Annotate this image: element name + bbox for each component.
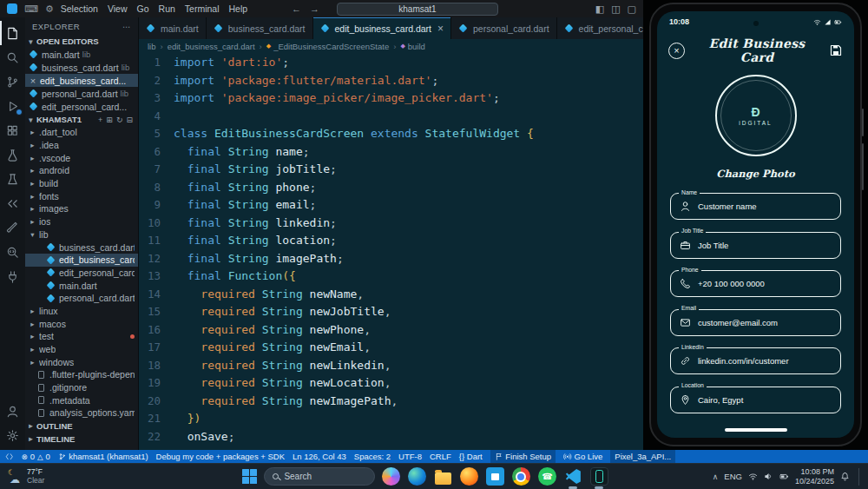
line-number[interactable]: 13 (139, 268, 174, 286)
tree-item-main-dart[interactable]: main.dart (25, 279, 138, 292)
line-number[interactable]: 16 (139, 321, 174, 340)
tree-item-windows[interactable]: ▸windows (25, 355, 138, 368)
line-number[interactable]: 17 (139, 339, 174, 357)
task-message[interactable]: Debug my code + packages + SDK (156, 452, 285, 461)
encoding[interactable]: UTF-8 (398, 452, 422, 461)
tree-item-idea[interactable]: ▸.idea (25, 139, 138, 152)
input-email[interactable]: Emailcustomer@email.com (670, 309, 841, 336)
taskbar-search[interactable]: Search (264, 467, 375, 486)
taskbar-whatsapp[interactable]: ☎ (536, 465, 557, 489)
new-folder-icon[interactable]: ⊞ (106, 116, 113, 124)
tree-item-edit-personal-card-dart[interactable]: edit_personal_card.dart (25, 267, 138, 280)
line-number[interactable]: 6 (139, 143, 174, 162)
tree-item-android[interactable]: ▸android (25, 164, 138, 177)
line-number[interactable]: 11 (139, 232, 174, 250)
close-button[interactable]: × (668, 43, 685, 59)
activity-extensions[interactable] (0, 118, 25, 142)
tab-edit-business-card-dart[interactable]: edit_business_card.dart× (313, 17, 452, 39)
taskbar-store[interactable] (484, 465, 505, 489)
activity-search[interactable] (0, 45, 25, 69)
gear-icon[interactable]: ⚙ (45, 3, 54, 15)
problems-indicator[interactable]: ⊗0△0 (22, 452, 50, 461)
language-indicator[interactable]: ENG (724, 472, 742, 481)
input-location[interactable]: LocationCairo, Egypt (670, 387, 841, 413)
tab-edit-personal-card-dart[interactable]: edit_personal_card.dart (557, 17, 643, 39)
menu-help[interactable]: Help (229, 3, 248, 14)
phone-screen[interactable]: 10:08 × Edit Business Card Đ iDGITAL (657, 11, 854, 438)
tab-personal-card-dart[interactable]: personal_card.dart (451, 17, 557, 39)
change-photo-button[interactable]: Change Photo (657, 168, 854, 180)
activity-remote[interactable] (0, 191, 25, 215)
menu-run[interactable]: Run (159, 3, 175, 14)
line-number[interactable]: 18 (139, 357, 174, 375)
close-icon[interactable]: × (29, 76, 37, 86)
tab-main-dart[interactable]: main.dart (139, 17, 207, 39)
tree-item-personal-card-dart[interactable]: personal_card.dart (25, 292, 138, 305)
home-indicator[interactable] (725, 428, 787, 432)
taskbar-vscode[interactable] (562, 465, 583, 489)
forward-icon[interactable]: → (310, 3, 319, 14)
open-editor-edit-business-card[interactable]: ×edit_business_card... (25, 74, 138, 87)
line-number[interactable]: 19 (139, 374, 174, 393)
refresh-icon[interactable]: ↻ (116, 116, 123, 124)
menu-selection[interactable]: Selection (61, 3, 98, 14)
tree-item-test[interactable]: ▸test (25, 330, 138, 343)
profile-photo[interactable]: Đ iDGITAL (715, 75, 797, 156)
cursor-position[interactable]: Ln 126, Col 43 (293, 452, 346, 461)
open-editor-edit-personal-card[interactable]: edit_personal_card... (25, 100, 138, 113)
command-center-search[interactable]: khamsat1 (337, 3, 498, 16)
tree-item-fonts[interactable]: ▸fonts (25, 189, 138, 202)
tree-item-vscode[interactable]: ▸.vscode (25, 151, 138, 164)
line-number[interactable]: 10 (139, 215, 174, 233)
open-editors-section[interactable]: ▾ OPEN EDITORS (25, 35, 138, 48)
tree-item-metadata[interactable]: .metadata (25, 393, 138, 406)
close-icon[interactable]: × (437, 23, 444, 35)
line-number[interactable]: 3 (139, 89, 174, 108)
line-number[interactable]: 22 (139, 428, 174, 446)
line-number[interactable]: 8 (139, 179, 174, 197)
taskbar-firefox[interactable] (458, 465, 479, 489)
collapse-all-icon[interactable]: ⊟ (126, 116, 133, 124)
menu-go[interactable]: Go (137, 3, 149, 14)
line-number[interactable]: 4 (139, 108, 174, 126)
keyboard-icon[interactable]: ⌨ (24, 3, 38, 15)
line-number[interactable]: 15 (139, 303, 174, 321)
language-mode[interactable]: {} Dart (459, 452, 483, 461)
clock[interactable]: 10:08 PM10/24/2025 (795, 467, 834, 486)
tree-item-linux[interactable]: ▸linux (25, 305, 138, 318)
line-number[interactable]: 5 (139, 125, 174, 143)
tree-item-images[interactable]: ▸images (25, 202, 138, 215)
eol-selector[interactable]: CRLF (430, 452, 451, 461)
back-icon[interactable]: ← (292, 3, 301, 14)
tree-item-business-card-dart[interactable]: business_card.dart (25, 241, 138, 254)
tree-item-flutter-plugins-depende[interactable]: .flutter-plugins-depende... (25, 368, 138, 381)
tab-business-card-dart[interactable]: business_card.dart (207, 17, 313, 39)
line-number[interactable]: 9 (139, 196, 174, 215)
line-number[interactable]: 12 (139, 250, 174, 268)
tree-item-web[interactable]: ▸web (25, 343, 138, 356)
line-number[interactable]: 20 (139, 393, 174, 411)
project-section[interactable]: ▾ KHAMSAT1 +⊞↻⊟ (25, 113, 138, 126)
start-button[interactable] (240, 467, 259, 486)
section-timeline[interactable]: ▸TIMELINE (25, 433, 138, 446)
remote-indicator[interactable] (5, 453, 14, 461)
line-number[interactable]: 7 (139, 161, 174, 179)
code-editor[interactable]: 1import 'dart:io';2import 'package:flutt… (139, 53, 643, 450)
toggle-panel-icon[interactable]: ◫ (611, 3, 620, 15)
line-number[interactable]: 14 (139, 286, 174, 304)
weather-widget[interactable]: ☾☁ 77°FClear (7, 468, 137, 485)
activity-explorer[interactable] (0, 21, 25, 45)
breadcrumb-item-edit-business-card-dart[interactable]: edit_business_card.dart (168, 42, 255, 51)
tree-item-build[interactable]: ▸build (25, 177, 138, 190)
toggle-sidebar-icon[interactable]: ◧ (595, 3, 604, 15)
go-live-button[interactable]: Go Live (563, 452, 602, 461)
tree-item-lib[interactable]: ▾lib (25, 228, 138, 241)
activity-search-code[interactable] (0, 240, 25, 264)
tree-item-macos[interactable]: ▸macos (25, 317, 138, 330)
new-file-icon[interactable]: + (98, 116, 102, 124)
more-actions-icon[interactable]: ⋯ (122, 22, 131, 31)
activity-science[interactable] (0, 167, 25, 191)
save-button[interactable] (829, 43, 843, 57)
tree-item-ios[interactable]: ▸ios (25, 215, 138, 228)
activity-settings[interactable] (0, 423, 25, 447)
